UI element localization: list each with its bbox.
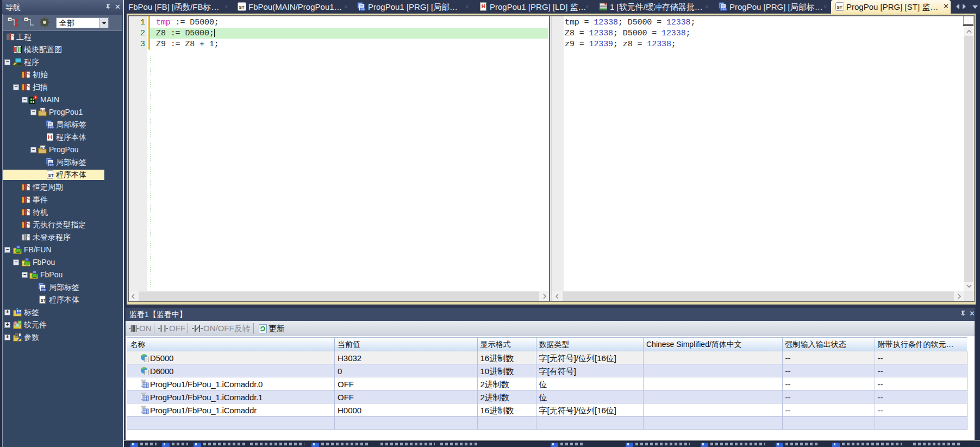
svg-text:ST: ST: [41, 298, 46, 303]
svg-text:ST: ST: [239, 5, 245, 10]
svg-text:ST: ST: [837, 5, 842, 10]
svg-text:ST: ST: [48, 173, 54, 178]
